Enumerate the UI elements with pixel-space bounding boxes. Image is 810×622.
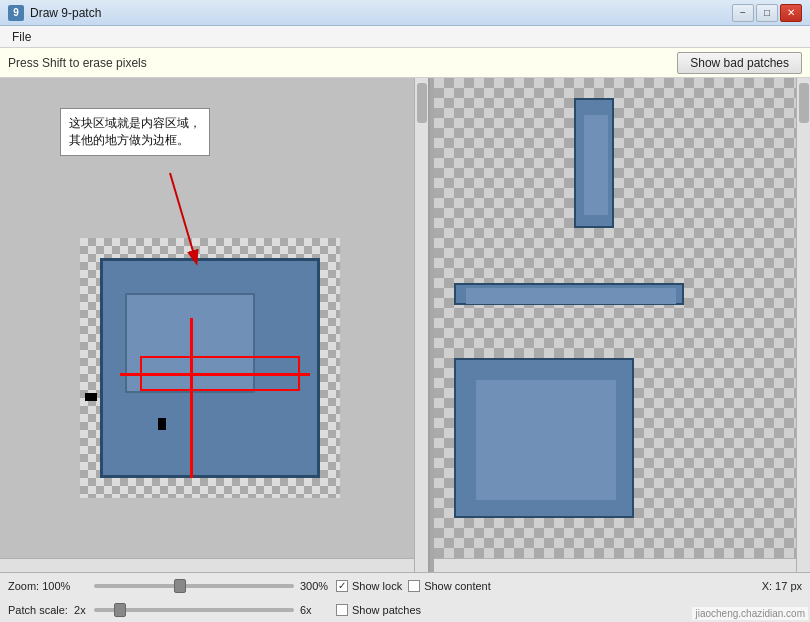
minimize-button[interactable]: − [732, 4, 754, 22]
title-bar: 9 Draw 9-patch − □ ✕ [0, 0, 810, 26]
maximize-button[interactable]: □ [756, 4, 778, 22]
left-vertical-scrollbar[interactable] [414, 78, 428, 572]
black-marker-left [158, 418, 166, 430]
show-content-checkbox[interactable] [408, 580, 420, 592]
red-vertical-line [190, 318, 193, 478]
left-canvas[interactable]: 这块区域就是内容区域， 其他的地方做为边框。 [0, 78, 430, 572]
right-preview[interactable] [434, 78, 810, 572]
status-row-2: Patch scale: 2x 6x Show patches [0, 598, 810, 622]
right-vertical-scrollbar[interactable] [796, 78, 810, 572]
patch-scale-label: Patch scale: 2x [8, 604, 88, 616]
toolbar-hint: Press Shift to erase pixels [8, 56, 669, 70]
show-content-group[interactable]: Show content [408, 580, 491, 592]
toolbar: Press Shift to erase pixels Show bad pat… [0, 48, 810, 78]
zoom-label: Zoom: 100% [8, 580, 88, 592]
zoom-max-label: 300% [300, 580, 330, 592]
show-lock-group[interactable]: ✓ Show lock [336, 580, 402, 592]
svg-line-1 [170, 173, 195, 258]
preview-square-inner [476, 380, 616, 500]
patch-scale-slider[interactable] [94, 608, 294, 612]
preview-narrow-tall-inner [584, 115, 608, 215]
callout-arrow [160, 168, 220, 278]
menu-bar: File [0, 26, 810, 48]
status-bar: Zoom: 100% 300% ✓ Show lock Show content… [0, 572, 810, 622]
show-lock-checkbox[interactable]: ✓ [336, 580, 348, 592]
watermark: jiaocheng.chazidian.com [692, 607, 808, 620]
preview-square [454, 358, 634, 518]
preview-wide-short-inner [466, 288, 676, 304]
show-lock-check-mark: ✓ [338, 580, 346, 591]
preview-wide-short [454, 283, 684, 305]
status-row-1: Zoom: 100% 300% ✓ Show lock Show content… [0, 574, 810, 598]
show-content-label: Show content [424, 580, 491, 592]
left-scrollbar-thumb[interactable] [417, 83, 427, 123]
show-patches-checkbox[interactable] [336, 604, 348, 616]
patch-scale-thumb[interactable] [114, 603, 126, 617]
left-horizontal-scrollbar[interactable] [0, 558, 414, 572]
zoom-slider-thumb[interactable] [174, 579, 186, 593]
title-controls: − □ ✕ [732, 4, 802, 22]
callout-line1: 这块区域就是内容区域， [69, 116, 201, 130]
show-bad-patches-button[interactable]: Show bad patches [677, 52, 802, 74]
callout-line2: 其他的地方做为边框。 [69, 133, 189, 147]
show-lock-label: Show lock [352, 580, 402, 592]
coord-label: X: 17 px [762, 580, 802, 592]
show-patches-label: Show patches [352, 604, 421, 616]
preview-narrow-tall [574, 98, 614, 228]
patch-scale-max: 6x [300, 604, 330, 616]
right-horizontal-scrollbar[interactable] [434, 558, 796, 572]
main-area: 这块区域就是内容区域， 其他的地方做为边框。 [0, 78, 810, 572]
black-marker-top [85, 393, 97, 401]
app-icon: 9 [8, 5, 24, 21]
close-button[interactable]: ✕ [780, 4, 802, 22]
zoom-slider[interactable] [94, 584, 294, 588]
title-bar-left: 9 Draw 9-patch [8, 5, 101, 21]
menu-file[interactable]: File [4, 28, 39, 46]
red-selection-box [140, 356, 300, 391]
callout-tooltip: 这块区域就是内容区域， 其他的地方做为边框。 [60, 108, 210, 156]
right-scrollbar-thumb[interactable] [799, 83, 809, 123]
title-text: Draw 9-patch [30, 6, 101, 20]
show-patches-group[interactable]: Show patches [336, 604, 421, 616]
